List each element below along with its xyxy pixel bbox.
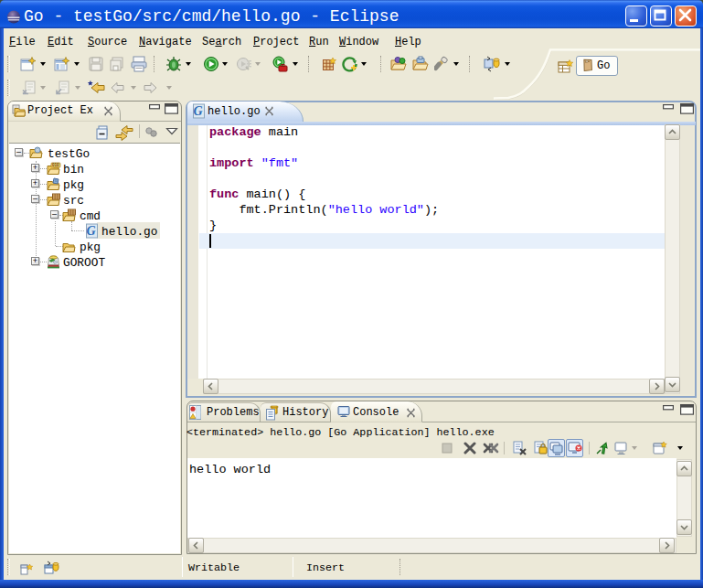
svg-text:010: 010 xyxy=(52,163,59,167)
svg-text:G: G xyxy=(194,104,203,118)
svg-text:G: G xyxy=(87,224,96,238)
